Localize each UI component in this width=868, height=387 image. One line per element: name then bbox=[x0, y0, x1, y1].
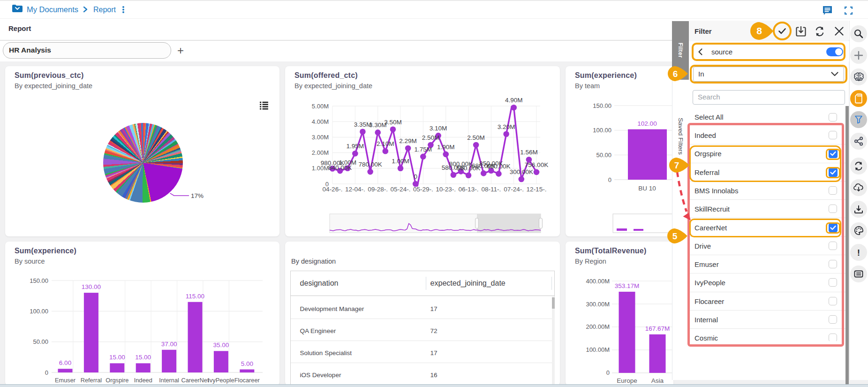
svg-text:50.00: 50.00 bbox=[33, 338, 48, 345]
svg-text:37.00: 37.00 bbox=[161, 341, 177, 348]
svg-text:Indeed: Indeed bbox=[134, 377, 152, 384]
svg-text:0: 0 bbox=[606, 369, 610, 376]
svg-text:Asia: Asia bbox=[651, 377, 664, 384]
svg-text:300.00M: 300.00M bbox=[586, 301, 610, 308]
svg-text:3.50M: 3.50M bbox=[384, 119, 402, 126]
svg-text:06-13-.: 06-13-. bbox=[459, 186, 479, 193]
svg-text:2.50M: 2.50M bbox=[467, 134, 485, 141]
svg-text:5.00M: 5.00M bbox=[312, 103, 329, 110]
svg-text:08-11-.: 08-11-. bbox=[481, 186, 501, 193]
svg-text:1.95M: 1.95M bbox=[347, 143, 364, 150]
svg-text:353.17M: 353.17M bbox=[615, 282, 640, 289]
svg-text:Referral: Referral bbox=[81, 377, 102, 384]
svg-text:3.10M: 3.10M bbox=[430, 125, 447, 132]
svg-text:IvyPeople: IvyPeople bbox=[208, 377, 234, 384]
svg-text:100.00: 100.00 bbox=[30, 308, 48, 315]
svg-text:400.00M: 400.00M bbox=[586, 278, 610, 285]
svg-text:3.20M: 3.20M bbox=[498, 123, 515, 130]
svg-text:2.50M: 2.50M bbox=[422, 134, 440, 141]
svg-text:BU 10: BU 10 bbox=[638, 185, 656, 192]
svg-text:300.00K: 300.00K bbox=[510, 168, 533, 175]
svg-text:05-29-.: 05-29-. bbox=[413, 186, 433, 193]
svg-text:CareerNet: CareerNet bbox=[181, 377, 209, 384]
svg-text:150.00: 150.00 bbox=[30, 277, 48, 284]
svg-text:0: 0 bbox=[45, 369, 48, 376]
svg-text:6: 6 bbox=[673, 69, 678, 79]
svg-text:2.10M: 2.10M bbox=[377, 140, 394, 147]
svg-text:5: 5 bbox=[672, 231, 678, 241]
svg-text:Europe: Europe bbox=[617, 377, 637, 384]
svg-text:1.00M: 1.00M bbox=[339, 159, 356, 166]
svg-text:130.00: 130.00 bbox=[82, 283, 101, 290]
svg-text:10-23-.: 10-23-. bbox=[436, 186, 456, 193]
svg-text:1.00M: 1.00M bbox=[392, 158, 409, 165]
svg-text:17%: 17% bbox=[191, 192, 204, 199]
svg-text:100.00: 100.00 bbox=[593, 127, 611, 134]
svg-text:35.00: 35.00 bbox=[213, 341, 229, 349]
svg-text:3.00M: 3.00M bbox=[312, 134, 329, 141]
svg-text:4.90M: 4.90M bbox=[505, 97, 523, 104]
svg-text:2.29M: 2.29M bbox=[399, 137, 417, 144]
svg-text:12-04-.: 12-04-. bbox=[345, 186, 365, 193]
svg-text:09-28-.: 09-28-. bbox=[368, 186, 388, 193]
svg-text:115.00: 115.00 bbox=[186, 293, 204, 300]
svg-text:1.90M: 1.90M bbox=[437, 144, 455, 151]
svg-text:Orgspire: Orgspire bbox=[106, 377, 128, 384]
svg-text:05-24-.: 05-24-. bbox=[391, 186, 411, 193]
svg-text:Internal: Internal bbox=[159, 377, 179, 384]
svg-text:Emuser: Emuser bbox=[55, 377, 76, 384]
svg-text:780.00K: 780.00K bbox=[358, 161, 382, 168]
svg-text:04-26-.: 04-26-. bbox=[323, 186, 343, 193]
svg-text:0: 0 bbox=[414, 173, 417, 180]
svg-text:6.00: 6.00 bbox=[59, 359, 71, 366]
svg-text:50.00: 50.00 bbox=[596, 152, 611, 159]
svg-text:15.00: 15.00 bbox=[109, 354, 125, 361]
svg-text:5.00: 5.00 bbox=[241, 360, 253, 367]
svg-text:07-24-.: 07-24-. bbox=[504, 186, 524, 193]
svg-text:8: 8 bbox=[756, 25, 762, 36]
svg-text:4.00M: 4.00M bbox=[312, 118, 329, 125]
svg-text:650.00K: 650.00K bbox=[487, 163, 510, 170]
svg-text:1.56M: 1.56M bbox=[520, 149, 538, 156]
svg-text:100.00M: 100.00M bbox=[586, 346, 610, 353]
svg-text:150.00: 150.00 bbox=[593, 102, 611, 109]
svg-text:756.00K: 756.00K bbox=[525, 161, 548, 168]
svg-text:200.00M: 200.00M bbox=[586, 323, 610, 330]
svg-text:167.67M: 167.67M bbox=[645, 325, 670, 332]
svg-text:0: 0 bbox=[608, 176, 611, 183]
svg-text:15.00: 15.00 bbox=[135, 354, 151, 361]
svg-text:7: 7 bbox=[674, 160, 679, 170]
svg-text:Flocareer: Flocareer bbox=[234, 377, 260, 384]
svg-text:102.00: 102.00 bbox=[637, 120, 657, 127]
svg-text:2.00M: 2.00M bbox=[312, 149, 329, 156]
svg-text:1.75M: 1.75M bbox=[415, 146, 432, 153]
svg-text:12-15-.: 12-15-. bbox=[527, 186, 547, 193]
